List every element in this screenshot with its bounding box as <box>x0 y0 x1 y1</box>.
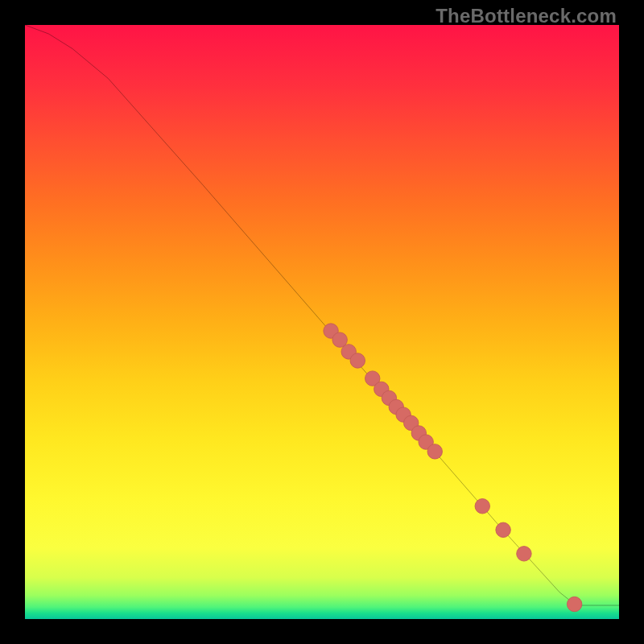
data-point <box>517 547 531 561</box>
chart-frame: TheBottleneck.com <box>0 0 644 644</box>
data-points <box>324 324 582 612</box>
data-point <box>496 522 510 537</box>
data-point <box>567 597 581 611</box>
curve-line <box>25 25 619 605</box>
watermark-text: TheBottleneck.com <box>436 5 617 27</box>
plot-area <box>25 25 619 619</box>
data-point <box>475 499 489 514</box>
data-point <box>427 444 442 459</box>
chart-svg <box>25 25 619 619</box>
data-point <box>350 353 365 368</box>
